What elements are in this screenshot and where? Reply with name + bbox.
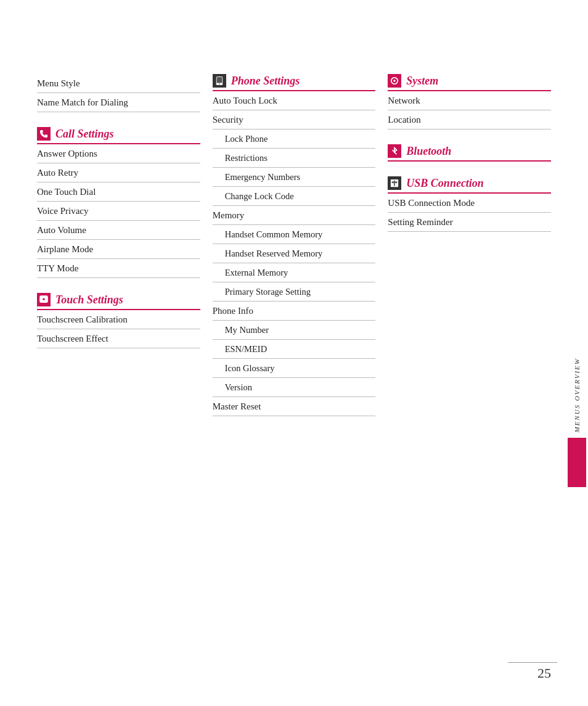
usb-icon xyxy=(388,176,401,190)
list-item: Primary Storage Setting xyxy=(213,282,376,302)
list-item: Name Match for Dialing xyxy=(37,93,200,112)
phone-settings-label: Phone Settings xyxy=(231,75,300,88)
list-item: Phone Info xyxy=(213,302,376,321)
svg-point-7 xyxy=(394,80,396,82)
page-number: 25 xyxy=(537,665,551,681)
list-item: Location xyxy=(388,110,551,129)
list-item: Touchscreen Effect xyxy=(37,329,200,348)
list-item: Change Lock Code xyxy=(213,187,376,206)
bluetooth-heading: Bluetooth xyxy=(388,144,551,162)
list-item: Voice Privacy xyxy=(37,202,200,221)
call-settings-icon xyxy=(37,127,51,141)
touch-settings-icon xyxy=(37,293,51,306)
list-item: My Number xyxy=(213,321,376,340)
list-item: One Touch Dial xyxy=(37,183,200,202)
sidebar-tab: Menus Overview xyxy=(566,358,588,487)
svg-point-5 xyxy=(219,83,220,84)
phone-settings-icon xyxy=(213,74,226,88)
touch-settings-heading: Touch Settings xyxy=(37,293,200,310)
list-item: Icon Glossary xyxy=(213,359,376,378)
column-3: System Network Location Bluetooth xyxy=(388,74,551,416)
system-heading: System xyxy=(388,74,551,91)
list-item: Lock Phone xyxy=(213,129,376,149)
touch-settings-label: Touch Settings xyxy=(55,293,123,306)
system-icon xyxy=(388,74,401,88)
list-item: Airplane Mode xyxy=(37,240,200,259)
column-1: Menu Style Name Match for Dialing Call S… xyxy=(37,74,213,416)
list-item: Security xyxy=(213,110,376,129)
bluetooth-label: Bluetooth xyxy=(406,145,451,158)
list-item: Setting Reminder xyxy=(388,213,551,232)
usb-connection-label: USB Connection xyxy=(406,177,484,190)
list-item: Restrictions xyxy=(213,149,376,168)
list-item: Menu Style xyxy=(37,74,200,93)
list-item: Answer Options xyxy=(37,144,200,163)
list-item: Memory xyxy=(213,206,376,225)
list-item: Handset Common Memory xyxy=(213,225,376,244)
list-item: USB Connection Mode xyxy=(388,194,551,213)
sidebar-tab-bar xyxy=(568,438,586,487)
list-item: Emergency Numbers xyxy=(213,168,376,187)
sidebar-tab-text: Menus Overview xyxy=(573,358,581,433)
list-item: Version xyxy=(213,378,376,397)
list-item: Master Reset xyxy=(213,397,376,416)
bluetooth-icon xyxy=(388,144,401,158)
list-item: Network xyxy=(388,91,551,110)
svg-rect-11 xyxy=(394,181,395,186)
list-item: External Memory xyxy=(213,263,376,282)
svg-rect-4 xyxy=(216,77,222,83)
list-item: Auto Touch Lock xyxy=(213,91,376,110)
svg-rect-10 xyxy=(395,181,398,183)
list-item: ESN/MEID xyxy=(213,340,376,359)
system-label: System xyxy=(406,75,438,88)
list-item: TTY Mode xyxy=(37,259,200,278)
phone-settings-heading: Phone Settings xyxy=(213,74,376,91)
bottom-rule xyxy=(508,662,557,663)
call-settings-heading: Call Settings xyxy=(37,127,200,144)
usb-connection-heading: USB Connection xyxy=(388,176,551,194)
call-settings-label: Call Settings xyxy=(55,128,114,141)
svg-point-2 xyxy=(43,298,45,300)
svg-rect-9 xyxy=(392,181,394,183)
column-2: Phone Settings Auto Touch Lock Security … xyxy=(213,74,388,416)
list-item: Handset Reserved Memory xyxy=(213,244,376,263)
list-item: Auto Volume xyxy=(37,221,200,240)
list-item: Auto Retry xyxy=(37,163,200,183)
list-item: Touchscreen Calibration xyxy=(37,310,200,329)
